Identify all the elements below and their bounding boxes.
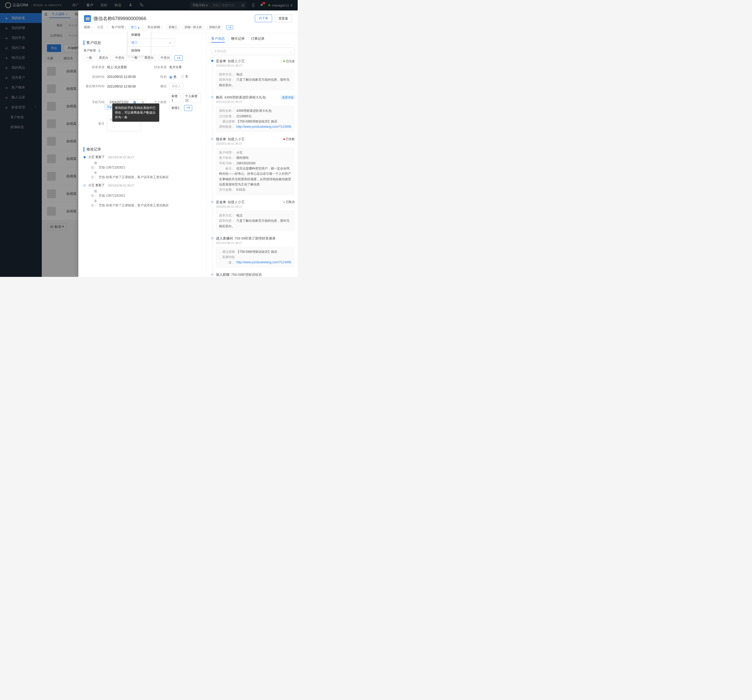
src-value: 线上-北京昱新 [107,65,146,70]
manager-dropdown: 师馨薇张三✓俱保咏 [128,30,151,56]
last-chat-label: 最近聊天时间 [84,84,104,89]
personal-tag-more[interactable]: +4 [184,105,193,111]
customer-title: 微信名称6789990000966 [93,16,146,22]
link[interactable]: http://www.yunduoketang.com/?123456 [236,261,291,264]
manager-dropdown-trigger[interactable]: 张三▴ 师馨薇张三✓俱保咏 [131,25,140,30]
friend-src-value: 名片分享 [169,65,201,70]
phone-label: 手机号码 [84,100,104,104]
check-icon: ✓ [169,41,172,45]
customer-tag-more[interactable]: +4 [174,55,183,61]
drawer-header: 🏢 微信名称6789990000966 代下单 交定金 昵称：小王 | 客户经理… [78,11,298,33]
tag-heading: 客户标签 [84,48,96,53]
customer-tag[interactable]: 中意向 [113,55,127,61]
group-chip[interactable]: 群聊三 [167,25,179,30]
building-icon: 🏢 [84,15,91,22]
chevron-up-icon: ▴ [138,26,140,29]
timeline-item: 查看详情购买4399理财课进阶课程大礼包2021/01/30 01:38:27课… [211,95,295,132]
timeline-item: 定金单创建人小王已完成2020/01/30 01:38:27跟单方式：电话跟单内… [211,59,295,90]
timeline-dot-icon [84,156,85,158]
wx-label: 微信 [148,84,166,89]
edit-tags-icon[interactable]: ✎ [98,49,101,52]
mgr-label: 客户经理： [112,25,127,30]
timeline-dot-icon [84,184,85,187]
customer-tag[interactable]: 一般 [129,55,140,61]
timeline-dot-icon [211,201,213,203]
timeline-item: 定金单创建人小王已取消2020/01/30 01:38:27跟单方式：电话跟单内… [211,200,295,232]
tab-order-log[interactable]: 订单记录 [251,36,264,43]
timeline-item: 进入直播间759-59班第三期理财直播课2021/01/30 01:38:27通… [211,236,295,268]
activity-timeline: 定金单创建人小王已完成2020/01/30 01:38:27跟单方式：电话跟单内… [210,58,296,277]
personal-tag[interactable]: 标签1 [169,93,181,103]
group-chip[interactable]: 群聊一群大群 [183,25,204,30]
group-chip[interactable]: 群聊六群 [207,25,222,30]
timeline-dot-icon [211,96,213,98]
nick-value: 小王 [97,25,103,30]
sex-male-radio[interactable]: 男 [169,75,177,79]
deposit-button[interactable]: 交定金 [275,15,292,22]
manager-option[interactable]: 师馨薇 [128,31,151,39]
customer-tag[interactable]: 一般 [84,55,95,61]
friend-src-label: 好友来源 [148,65,166,70]
customer-tag[interactable]: 高意向 [142,55,156,61]
customer-tag[interactable]: 中意向 [158,55,172,61]
modify-record: 小王 更新了2021/01/30 01:38:27微信：空值-136721828… [84,183,201,208]
timeline-item: 报名单创建人小王已失败2020/01/30 01:38:27客户经理：小王客户姓… [211,137,295,195]
group-more[interactable]: +4 [226,25,233,30]
nick-label: 昵称： [84,25,93,30]
customer-tag[interactable]: 高意向 [96,55,111,61]
personal-tag[interactable]: 标签1 [169,105,182,111]
sex-female-radio[interactable]: 女 [181,74,188,79]
timeline-dot-icon [211,60,213,62]
link[interactable]: http://www.yunduoketang.com/?123456 [236,125,291,129]
drawer-left: 客户信息 客户标签 ✎ 一般高意向中意向一般高意向中意向+4 获客来源 线上-北… [78,33,206,277]
customer-drawer: 🏢 微信名称6789990000966 代下单 交定金 昵称：小王 | 客户经理… [78,11,298,277]
manager-option[interactable]: 张三✓ [128,39,175,47]
manager-option[interactable]: 俱保咏 [128,47,151,54]
src-label: 获客来源 [84,65,104,70]
timeline-dot-icon [211,274,213,275]
chevron-down-icon: ⌄ [289,50,292,53]
add-time-value: 2021/09/10 12:00:00 [107,75,146,79]
place-order-button[interactable]: 代下单 [255,15,272,22]
group-label: 所在群聊： [148,25,163,30]
modify-record: 小王 更新了2021/01/30 01:38:27微信：空值-136721828… [84,155,201,179]
phone-duplicate-tooltip: 查询到此手机号码在系统中已存在，可以将两条客户数据合并为一条 [112,103,159,122]
personal-tag[interactable]: 个人标签12 [183,93,201,103]
add-time-label: 添加时间 [84,75,104,79]
timeline-dot-icon [211,237,213,239]
right-tabs: 客户动态 聊天记录 订单记录 [210,36,296,45]
last-chat-value: 2021/09/10 12:00:00 [107,85,146,88]
activity-filter-select[interactable]: 全部动态⌄ [211,48,295,55]
timeline-item: 加入群聊759-59班理财训练营2021/01/30 01:38:27入群方式：… [211,272,295,277]
timeline-dot-icon [211,138,213,140]
section-modify-log: 修改记录 [84,147,201,152]
sex-label: 性别 [148,75,166,79]
drawer-right: 客户动态 聊天记录 订单记录 全部动态⌄ 定金单创建人小王已完成2020/01/… [206,33,298,277]
tab-activity[interactable]: 客户动态 [211,36,225,43]
remark-label: 备注 [84,121,104,126]
wechat-input[interactable]: 请输入 [169,83,183,89]
tab-chat-log[interactable]: 聊天记录 [231,36,245,43]
view-detail-link[interactable]: 查看详情 [280,95,295,100]
